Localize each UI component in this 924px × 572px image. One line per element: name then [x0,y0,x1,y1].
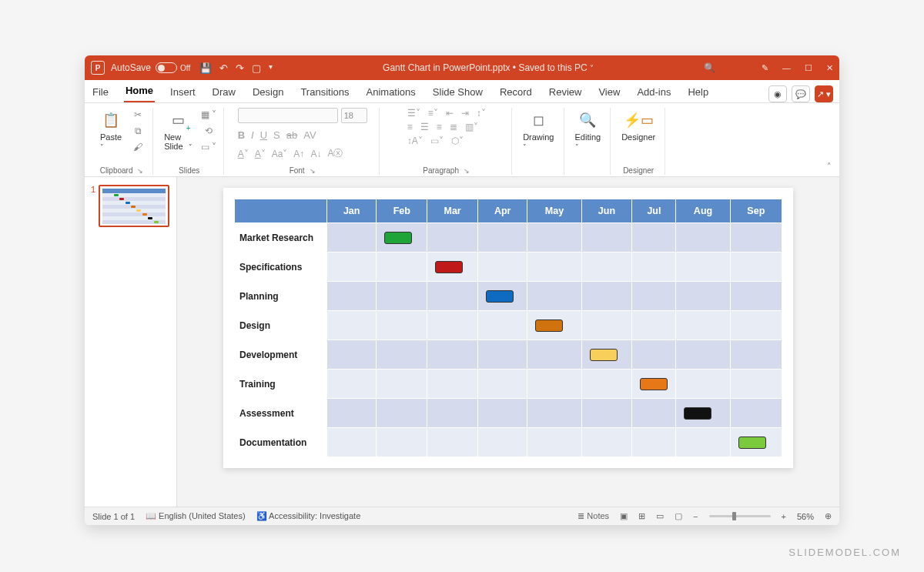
zoom-slider[interactable] [709,515,771,517]
autosave-toggle[interactable]: AutoSave Off [111,62,190,73]
gantt-bar[interactable] [590,349,618,361]
grow-font-button[interactable]: A↑ [293,149,304,159]
accessibility-status[interactable]: ♿ Accessibility: Investigate [256,511,361,521]
slide-canvas[interactable]: Jan Feb Mar Apr May Jun Jul Aug Sep Mark… [177,177,839,507]
zoom-out-button[interactable]: − [693,512,698,521]
gantt-bar[interactable] [738,437,766,449]
fit-to-window-icon[interactable]: ⊕ [825,511,832,521]
record-button[interactable]: ◉ [768,85,787,102]
indent-left-button[interactable]: ⇤ [446,108,454,119]
justify-button[interactable]: ≣ [450,122,457,132]
italic-button[interactable]: I [251,129,254,141]
gantt-bar[interactable] [640,378,668,390]
dialog-launcher-icon[interactable]: ↘ [137,167,143,175]
tab-draw[interactable]: Draw [211,82,237,102]
copy-icon[interactable]: ⧉ [129,124,146,138]
tab-slideshow[interactable]: Slide Show [431,82,484,102]
gantt-row[interactable]: Planning [235,282,782,311]
gantt-row[interactable]: Design [235,311,782,340]
gantt-row[interactable]: Market Research [235,223,782,253]
gantt-bar[interactable] [535,319,563,332]
ink-icon[interactable]: ✎ [762,63,768,73]
paste-button[interactable]: 📋 Paste˅ [97,108,125,152]
tab-review[interactable]: Review [547,82,584,102]
toggle-icon[interactable] [156,62,177,73]
tab-record[interactable]: Record [498,82,534,102]
align-right-button[interactable]: ≡ [437,122,442,132]
comments-button[interactable]: 💬 [792,85,810,102]
editing-button[interactable]: 🔍 Editing˅ [572,108,604,152]
slide-counter[interactable]: Slide 1 of 1 [92,512,135,521]
shadow-button[interactable]: ab [286,129,297,141]
highlight-button[interactable]: A˅ [255,149,266,159]
tab-animations[interactable]: Animations [365,82,417,102]
gantt-row[interactable]: Development [235,340,782,370]
font-family-select[interactable] [238,108,338,123]
text-direction-button[interactable]: ↕A˅ [407,135,423,146]
slideshow-view-icon[interactable]: ▢ [675,511,682,521]
case-button[interactable]: Aa˅ [272,149,288,159]
designer-button[interactable]: ⚡▭ Designer [618,108,658,143]
gantt-row[interactable]: Assessment [235,399,782,428]
tab-transitions[interactable]: Transitions [299,82,350,102]
save-icon[interactable]: 💾 [199,62,212,74]
underline-button[interactable]: U [260,129,267,141]
close-button[interactable]: ✕ [826,63,833,73]
gantt-row[interactable]: Documentation [235,428,782,457]
align-left-button[interactable]: ≡ [407,122,413,132]
gantt-row[interactable]: Training [235,370,782,399]
redo-icon[interactable]: ↷ [236,62,244,74]
font-color-button[interactable]: A˅ [238,149,249,159]
gantt-bar[interactable] [384,232,412,244]
section-icon[interactable]: ▭ ˅ [200,140,217,154]
tab-view[interactable]: View [597,82,621,102]
cut-icon[interactable]: ✂ [129,108,146,122]
present-icon[interactable]: ▢ [252,62,261,74]
indent-right-button[interactable]: ⇥ [461,108,469,119]
bullets-button[interactable]: ☰˅ [407,108,420,119]
tab-home[interactable]: Home [124,80,155,102]
tab-help[interactable]: Help [686,82,710,102]
sorter-view-icon[interactable]: ⊞ [638,511,645,521]
gantt-bar[interactable] [435,261,463,273]
minimize-button[interactable]: — [782,63,791,73]
drawing-button[interactable]: ◻ Drawing˅ [520,108,557,152]
gantt-bar[interactable] [486,290,514,303]
tab-design[interactable]: Design [251,82,285,102]
font-size-select[interactable] [341,108,367,123]
notes-button[interactable]: ≣ Notes [578,511,609,521]
tab-addins[interactable]: Add-ins [635,82,672,102]
smartart-button[interactable]: ⬡˅ [451,135,464,146]
slide-1[interactable]: Jan Feb Mar Apr May Jun Jul Aug Sep Mark… [223,188,793,468]
new-slide-button[interactable]: ▭+ New Slide˅ [161,108,196,152]
bold-button[interactable]: B [238,129,245,141]
align-center-button[interactable]: ☰ [420,122,429,132]
gantt-bar[interactable] [684,407,711,420]
collapse-ribbon-icon[interactable]: ˄ [827,162,832,172]
maximize-button[interactable]: ☐ [805,63,812,73]
shrink-font-button[interactable]: A↓ [310,149,321,159]
reset-icon[interactable]: ⟲ [200,124,217,138]
format-painter-icon[interactable]: 🖌 [129,140,146,154]
clear-format-button[interactable]: Aⓧ [327,147,343,160]
search-icon[interactable]: 🔍 [704,62,715,73]
dialog-launcher-icon[interactable]: ↘ [310,167,316,175]
zoom-level[interactable]: 56% [797,512,814,521]
align-text-button[interactable]: ▭˅ [430,135,444,146]
gantt-chart-table[interactable]: Jan Feb Mar Apr May Jun Jul Aug Sep Mark… [234,199,782,457]
line-spacing-button[interactable]: ↕˅ [477,108,486,119]
language-status[interactable]: 📖 English (United States) [146,511,246,521]
strike-button[interactable]: S [273,129,280,141]
undo-icon[interactable]: ↶ [219,62,228,74]
tab-insert[interactable]: Insert [169,82,197,102]
columns-button[interactable]: ▥˅ [465,122,478,132]
slide-thumbnail-1[interactable] [99,185,169,227]
tab-file[interactable]: File [91,82,110,102]
reading-view-icon[interactable]: ▭ [656,511,664,521]
dialog-launcher-icon[interactable]: ↘ [464,167,470,175]
share-button[interactable]: ↗ ▾ [815,85,833,102]
zoom-in-button[interactable]: + [782,512,786,521]
normal-view-icon[interactable]: ▣ [620,511,628,521]
spacing-button[interactable]: AV [303,129,316,141]
layout-icon[interactable]: ▦ ˅ [200,108,217,122]
